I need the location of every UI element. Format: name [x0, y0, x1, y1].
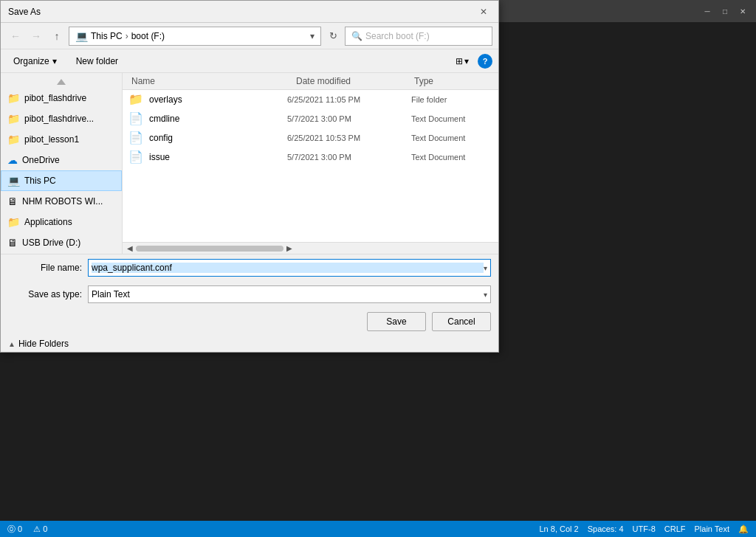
sidebar-item-nhm[interactable]: 🖥 NHM ROBOTS WI...: [1, 191, 122, 212]
sidebar-item-onedrive[interactable]: ☁ OneDrive: [1, 150, 122, 170]
scrollbar-thumb[interactable]: [136, 246, 284, 252]
back-button[interactable]: ←: [7, 27, 24, 45]
savetype-select[interactable]: Plain Text ▾: [88, 285, 491, 303]
dialog-nav: ← → ↑ 💻 This PC › boot (F:) ▾ ↻ 🔍 Search…: [1, 23, 498, 49]
organize-arrow: ▾: [52, 56, 57, 66]
cancel-button[interactable]: Cancel: [432, 312, 491, 331]
view-arrow: ▾: [464, 56, 469, 66]
folder-icon: 📁: [7, 134, 20, 145]
breadcrumb-pc: This PC: [91, 31, 123, 41]
close-button[interactable]: ✕: [737, 5, 749, 17]
col-date-header[interactable]: Date modified: [293, 76, 411, 86]
breadcrumb-dropdown[interactable]: ▾: [310, 31, 315, 41]
up-button[interactable]: ↑: [48, 27, 66, 45]
folder-icon: 📁: [128, 92, 143, 106]
col-type-header[interactable]: Type: [411, 76, 492, 86]
file-type: Text Document: [411, 134, 492, 142]
file-date: 6/25/2021 10:53 PM: [287, 134, 405, 142]
column-headers: Name Date modified Type: [123, 73, 498, 90]
status-errors[interactable]: ⓪ 0: [7, 524, 22, 535]
file-name: overlays: [149, 94, 281, 105]
cloud-icon: ☁: [7, 154, 18, 166]
sidebar-item-pibot-lesson[interactable]: 📁 pibot_lesson1: [1, 129, 122, 150]
refresh-button[interactable]: ↻: [324, 27, 342, 45]
sidebar-item-applications[interactable]: 📁 Applications: [1, 212, 122, 232]
organize-button[interactable]: Organize ▾: [7, 52, 63, 70]
status-bar: ⓪ 0 ⚠ 0 Ln 8, Col 2 Spaces: 4 UTF-8 CRLF…: [0, 521, 756, 537]
status-language[interactable]: Plain Text: [695, 524, 730, 533]
window-controls: ─ □ ✕: [701, 5, 749, 17]
dialog-titlebar: Save As ✕: [1, 1, 498, 23]
new-folder-button[interactable]: New folder: [69, 52, 125, 70]
folder-icon: 📁: [7, 92, 20, 104]
breadcrumb[interactable]: 💻 This PC › boot (F:) ▾: [69, 27, 321, 46]
dialog-close-button[interactable]: ✕: [476, 4, 491, 19]
sidebar-item-label: Applications: [24, 217, 72, 227]
save-as-dialog: Save As ✕ ← → ↑ 💻 This PC › boot (F:) ▾ …: [0, 0, 499, 353]
scroll-up-icon[interactable]: [57, 79, 66, 85]
savetype-dropdown-arrow[interactable]: ▾: [484, 291, 487, 299]
search-box[interactable]: 🔍 Search boot (F:): [345, 27, 492, 46]
file-row[interactable]: 📁 overlays 6/25/2021 11:05 PM File folde…: [123, 90, 498, 109]
file-row[interactable]: 📄 issue 5/7/2021 3:00 PM Text Document: [123, 148, 498, 167]
sidebar-item-thispc[interactable]: 💻 This PC: [1, 170, 122, 191]
savetype-value: Plain Text: [92, 289, 130, 299]
view-icon: ⊞: [456, 56, 463, 66]
status-spaces[interactable]: Spaces: 4: [588, 524, 624, 533]
sidebar-item-label: pibot_flashdrive: [24, 93, 86, 103]
sidebar-item-usb[interactable]: 🖥 USB Drive (D:): [1, 232, 122, 253]
dialog-bottom: File name: ▾ Save as type: Plain Text ▾ …: [1, 254, 498, 352]
save-button[interactable]: Save: [367, 312, 426, 331]
filename-row: File name: ▾: [1, 254, 498, 281]
filename-input-wrapper[interactable]: ▾: [88, 259, 491, 277]
file-name: issue: [149, 152, 281, 162]
savetype-label: Save as type:: [8, 289, 82, 299]
search-icon: 🔍: [351, 31, 362, 41]
col-name-header[interactable]: Name: [128, 76, 293, 86]
horizontal-scrollbar[interactable]: ◀ ▶: [123, 242, 498, 254]
pc-icon: 💻: [75, 30, 88, 42]
nav-sidebar: 📁 pibot_flashdrive 📁 pibot_flashdrive...…: [1, 73, 123, 254]
file-list: 📁 overlays 6/25/2021 11:05 PM File folde…: [123, 90, 498, 242]
folder-icon: 📁: [7, 113, 20, 125]
forward-button[interactable]: →: [27, 27, 45, 45]
vscode-background: a • Untitled-1 - Visual Studio Code ─ □ …: [0, 0, 756, 537]
file-type: Text Document: [411, 114, 492, 123]
minimize-button[interactable]: ─: [701, 5, 713, 17]
scroll-right-arrow[interactable]: ▶: [284, 244, 295, 252]
dialog-title: Save As: [8, 7, 41, 17]
status-lineending[interactable]: CRLF: [664, 524, 686, 533]
status-warnings[interactable]: ⚠ 0: [33, 524, 47, 534]
maximize-button[interactable]: □: [719, 5, 731, 17]
sidebar-item-label: This PC: [24, 176, 56, 186]
document-icon: 📄: [128, 111, 143, 125]
status-notification-icon[interactable]: 🔔: [738, 524, 749, 534]
folder-icon: 📁: [7, 216, 20, 228]
filename-dropdown-arrow[interactable]: ▾: [484, 264, 487, 272]
hide-folders-toggle[interactable]: ▲ Hide Folders: [1, 336, 498, 352]
sidebar-item-pibot1[interactable]: 📁 pibot_flashdrive: [1, 88, 122, 108]
view-button[interactable]: ⊞ ▾: [453, 55, 472, 68]
status-position[interactable]: Ln 8, Col 2: [539, 524, 578, 533]
dialog-actions: Save Cancel: [1, 308, 498, 336]
sidebar-scroll-up[interactable]: [1, 76, 122, 88]
dialog-toolbar: Organize ▾ New folder ⊞ ▾ ?: [1, 49, 498, 73]
file-date: 5/7/2021 3:00 PM: [287, 114, 405, 123]
help-button[interactable]: ?: [478, 54, 492, 69]
file-area: Name Date modified Type 📁 overlays 6/25/…: [123, 73, 498, 254]
file-date: 6/25/2021 11:05 PM: [287, 95, 405, 104]
sidebar-item-label: USB Drive (D:): [22, 238, 80, 248]
savetype-row: Save as type: Plain Text ▾: [1, 281, 498, 308]
file-date: 5/7/2021 3:00 PM: [287, 153, 405, 162]
breadcrumb-separator: ›: [126, 31, 128, 41]
file-row[interactable]: 📄 config 6/25/2021 10:53 PM Text Documen…: [123, 128, 498, 148]
sidebar-item-label: NHM ROBOTS WI...: [22, 196, 103, 207]
status-encoding[interactable]: UTF-8: [633, 524, 656, 533]
sidebar-item-label: OneDrive: [22, 155, 60, 165]
scroll-left-arrow[interactable]: ◀: [124, 244, 136, 252]
filename-input[interactable]: [92, 263, 484, 273]
file-row[interactable]: 📄 cmdline 5/7/2021 3:00 PM Text Document: [123, 109, 498, 128]
sidebar-item-pibot2[interactable]: 📁 pibot_flashdrive...: [1, 108, 122, 129]
filename-label: File name:: [8, 263, 82, 273]
file-type: File folder: [411, 95, 492, 104]
